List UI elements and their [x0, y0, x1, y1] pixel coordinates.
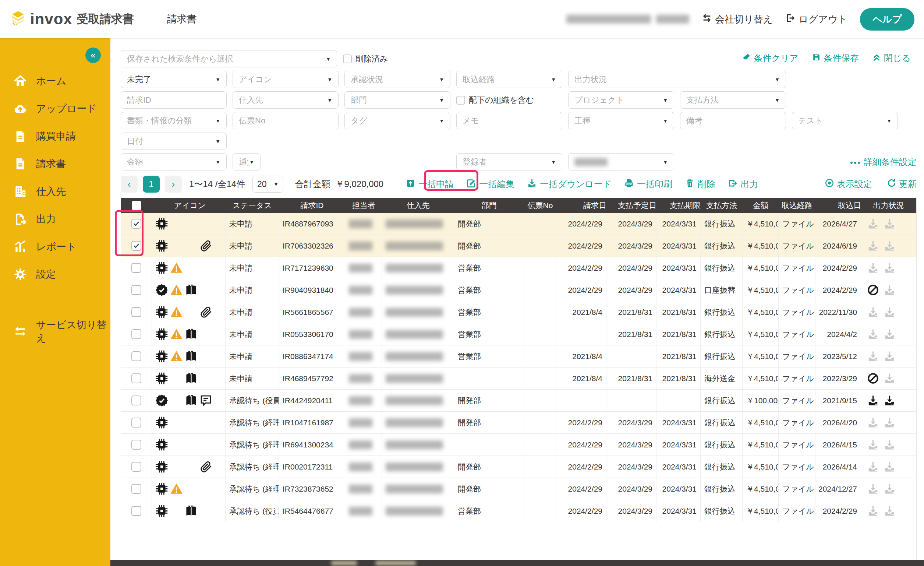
download-icon[interactable]: [867, 483, 879, 495]
prohibited-icon[interactable]: [867, 372, 879, 384]
work-type-select[interactable]: 工種▼: [568, 112, 674, 129]
download-icon[interactable]: [884, 262, 896, 274]
registrant-value-select[interactable]: ▼: [568, 153, 674, 170]
download-icon[interactable]: [867, 417, 879, 429]
note-input[interactable]: 備考: [680, 112, 786, 129]
download-icon[interactable]: [884, 306, 896, 318]
download-icon[interactable]: [884, 240, 896, 252]
refresh-link[interactable]: 更新: [887, 178, 916, 190]
bulk-download-button[interactable]: 一括ダウンロード: [527, 178, 612, 190]
download-icon[interactable]: [884, 284, 896, 296]
bulk-edit-button[interactable]: 一括編集: [466, 178, 514, 190]
row-checkbox[interactable]: [131, 285, 141, 295]
download-icon[interactable]: [867, 394, 879, 406]
download-icon[interactable]: [884, 505, 896, 517]
row-checkbox[interactable]: [131, 506, 141, 516]
sidebar-item-export[interactable]: 出力: [0, 209, 110, 229]
column-header[interactable]: 部門: [454, 198, 524, 213]
bulk-apply-button[interactable]: 一括申請: [405, 178, 454, 190]
download-icon[interactable]: [867, 439, 879, 451]
download-icon[interactable]: [867, 306, 879, 318]
column-header[interactable]: 伝票No: [524, 198, 556, 213]
sidebar-item-suppliers[interactable]: 仕入先: [0, 181, 110, 202]
column-header[interactable]: 仕入先: [382, 198, 454, 213]
invoice-id-input[interactable]: 請求ID: [121, 91, 226, 108]
row-checkbox[interactable]: [131, 307, 141, 317]
date-select[interactable]: 日付▼: [121, 132, 226, 150]
slip-no-input[interactable]: 伝票No: [232, 112, 339, 129]
column-header[interactable]: アイコン: [152, 198, 226, 213]
column-header[interactable]: [121, 198, 152, 213]
delete-button[interactable]: 削除: [685, 178, 716, 190]
row-checkbox[interactable]: [131, 373, 141, 383]
logout-button[interactable]: ログアウト: [785, 13, 848, 26]
doc-class-select[interactable]: 書類・情報の分類▼: [121, 112, 226, 129]
test-select[interactable]: テスト▼: [792, 112, 898, 129]
row-checkbox[interactable]: [131, 241, 141, 251]
row-checkbox[interactable]: [131, 263, 141, 273]
table-row[interactable]: 承認待ち (経理)IR69413002342024/2/292024/3/292…: [121, 434, 916, 456]
download-icon[interactable]: [884, 439, 896, 451]
sidebar-item-home[interactable]: ホーム: [0, 71, 110, 91]
column-header[interactable]: 金額: [742, 198, 778, 213]
completion-status-select[interactable]: 未完了▼: [121, 71, 226, 88]
sidebar-collapse-button[interactable]: «: [86, 48, 101, 63]
company-switch-button[interactable]: 会社切り替え: [702, 13, 773, 26]
memo-input[interactable]: メモ: [456, 112, 562, 129]
prev-page-button[interactable]: ‹: [121, 176, 138, 193]
row-checkbox[interactable]: [131, 484, 141, 494]
nav-invoices[interactable]: 請求書: [167, 14, 197, 25]
supplier-select[interactable]: 仕入先▼: [232, 91, 339, 108]
download-icon[interactable]: [867, 218, 879, 230]
row-checkbox[interactable]: [131, 440, 141, 450]
table-row[interactable]: 未申請IR46894577922021/8/42021/8/312021/8/3…: [121, 367, 916, 390]
sidebar-item-purchase-request[interactable]: 購買申請: [0, 126, 110, 146]
save-conditions-link[interactable]: 条件保存: [812, 52, 859, 64]
sidebar-item-reports[interactable]: レポート: [0, 236, 110, 257]
download-icon[interactable]: [867, 350, 879, 362]
include-sub-org-checkbox[interactable]: 配下の組織を含む: [456, 95, 562, 106]
download-icon[interactable]: [867, 240, 879, 252]
column-header[interactable]: 請求ID: [279, 198, 345, 213]
download-icon[interactable]: [867, 262, 879, 274]
icon-filter-select[interactable]: アイコン▼: [232, 71, 339, 88]
table-row[interactable]: 未申請IR7171239630営業部2024/2/292024/3/292024…: [121, 257, 916, 279]
currency-select[interactable]: 通貨▼: [232, 153, 261, 170]
column-header[interactable]: 支払方法: [700, 198, 742, 213]
registrant-select[interactable]: 登録者▼: [456, 153, 562, 170]
advanced-conditions-link[interactable]: 詳細条件設定: [850, 156, 916, 168]
table-row[interactable]: 未申請IR4887967093開発部2024/2/292024/3/292024…: [121, 213, 916, 235]
column-header[interactable]: 担当者: [345, 198, 382, 213]
row-checkbox[interactable]: [131, 351, 141, 361]
prohibited-icon[interactable]: [867, 284, 879, 296]
download-icon[interactable]: [884, 461, 896, 473]
row-checkbox[interactable]: [131, 418, 141, 428]
bulk-print-button[interactable]: PDF一括印刷: [624, 178, 672, 190]
row-checkbox[interactable]: [131, 219, 141, 229]
download-icon[interactable]: [867, 505, 879, 517]
page-size-select[interactable]: 20▼: [252, 176, 284, 193]
column-header[interactable]: ステータス: [226, 198, 279, 213]
approval-status-select[interactable]: 承認状況▼: [344, 71, 450, 88]
table-row[interactable]: 承認待ち (役員)IR5464476677営業部2024/2/292024/3/…: [121, 500, 916, 522]
column-header[interactable]: 取込経路: [778, 198, 816, 213]
clear-conditions-link[interactable]: 条件クリア: [742, 52, 798, 64]
deleted-checkbox[interactable]: 削除済み: [343, 53, 388, 65]
download-icon[interactable]: [884, 328, 896, 340]
column-header[interactable]: 請求日: [556, 198, 606, 213]
project-select[interactable]: プロジェクト▼: [568, 91, 674, 108]
download-icon[interactable]: [884, 394, 896, 406]
select-all-checkbox[interactable]: [132, 201, 141, 210]
table-row[interactable]: 未申請IR0886347174営業部2021/8/42021/8/31銀行振込￥…: [121, 345, 916, 367]
table-row[interactable]: 未申請IR7063302326開発部2024/2/292024/3/292024…: [121, 235, 916, 257]
column-header[interactable]: 取込日: [816, 198, 861, 213]
download-icon[interactable]: [884, 218, 896, 230]
download-icon[interactable]: [884, 372, 896, 384]
export-button[interactable]: 出力: [728, 178, 758, 190]
output-status-select[interactable]: 出力状況▼: [568, 71, 786, 88]
column-header[interactable]: 出力状況: [861, 198, 910, 213]
help-button[interactable]: ヘルプ: [860, 8, 914, 30]
tag-select[interactable]: タグ▼: [344, 112, 450, 129]
department-select[interactable]: 部門▼: [344, 91, 450, 108]
row-checkbox[interactable]: [131, 396, 141, 405]
